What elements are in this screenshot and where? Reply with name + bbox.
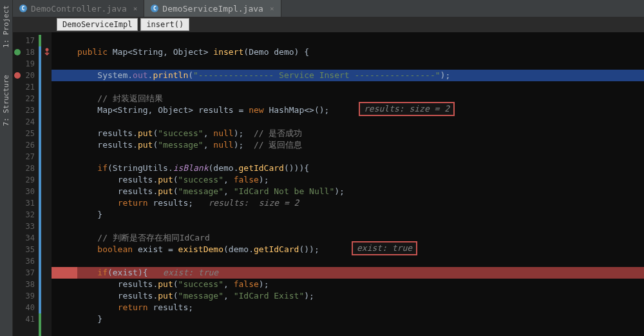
line-number: 34 xyxy=(13,232,39,244)
fold-gutter xyxy=(41,32,52,336)
override-icon[interactable] xyxy=(44,48,50,57)
line-number: 31 xyxy=(13,197,39,209)
line-number: 21 xyxy=(13,81,39,93)
inline-debug-hint: exist: true xyxy=(163,268,218,277)
breakpoint-icon[interactable] xyxy=(14,49,21,55)
line-number: 35 xyxy=(13,244,39,255)
debug-value-annotation: results: size = 2 xyxy=(359,102,455,116)
close-icon[interactable]: × xyxy=(133,5,138,13)
editor-tab[interactable]: C DemoController.java × xyxy=(13,0,144,17)
line-number: 27 xyxy=(13,151,39,163)
line-number: 28 xyxy=(13,163,39,174)
sidebar-tab-project[interactable]: 1: Project xyxy=(0,1,12,52)
line-number: 18 xyxy=(13,46,39,58)
tool-sidebar: 1: Project 7: Structure xyxy=(0,0,13,336)
line-number: 17 xyxy=(13,35,39,46)
editor-tabs-bar: C DemoController.java × C DemoServiceImp… xyxy=(13,0,644,17)
line-number: 23 xyxy=(13,104,39,116)
line-number: 26 xyxy=(13,139,39,151)
line-number: 40 xyxy=(13,302,39,313)
debug-value-annotation: exist: true xyxy=(352,241,417,255)
line-number: 25 xyxy=(13,128,39,139)
java-class-icon: C xyxy=(19,5,27,12)
sidebar-tab-structure[interactable]: 7: Structure xyxy=(0,71,12,130)
line-number: 37 xyxy=(13,267,39,279)
editor-area: 17 18 19 20 21 22 23 24 25 26 27 28 29 3… xyxy=(13,32,644,336)
inline-debug-hint: results: size = 2 xyxy=(209,198,299,208)
line-number: 19 xyxy=(13,58,39,70)
line-number: 41 xyxy=(13,313,39,325)
line-number: 29 xyxy=(13,174,39,186)
svg-point-0 xyxy=(46,48,49,52)
tab-label: DemoController.java xyxy=(31,4,127,14)
java-class-icon: C xyxy=(151,5,158,12)
breadcrumb-class[interactable]: DemoServiceImpl xyxy=(57,18,138,31)
execution-point-icon[interactable] xyxy=(14,72,21,79)
line-number-gutter[interactable]: 17 18 19 20 21 22 23 24 25 26 27 28 29 3… xyxy=(13,32,39,336)
code-text-area[interactable]: public Map<String, Object> insert(Demo d… xyxy=(52,32,644,336)
line-number: 33 xyxy=(13,221,39,232)
breadcrumb-bar: DemoServiceImpl insert() xyxy=(13,17,644,32)
line-number: 36 xyxy=(13,255,39,267)
breadcrumb-method[interactable]: insert() xyxy=(140,18,189,31)
line-number: 22 xyxy=(13,93,39,104)
line-number: 38 xyxy=(13,279,39,290)
line-number: 32 xyxy=(13,209,39,221)
line-number: 39 xyxy=(13,290,39,302)
close-icon[interactable]: × xyxy=(270,5,274,13)
line-number: 24 xyxy=(13,116,39,128)
tab-label: DemoServiceImpl.java xyxy=(162,4,263,14)
editor-tab-active[interactable]: C DemoServiceImpl.java × xyxy=(144,0,281,17)
line-number: 20 xyxy=(13,70,39,81)
line-number: 30 xyxy=(13,186,39,197)
